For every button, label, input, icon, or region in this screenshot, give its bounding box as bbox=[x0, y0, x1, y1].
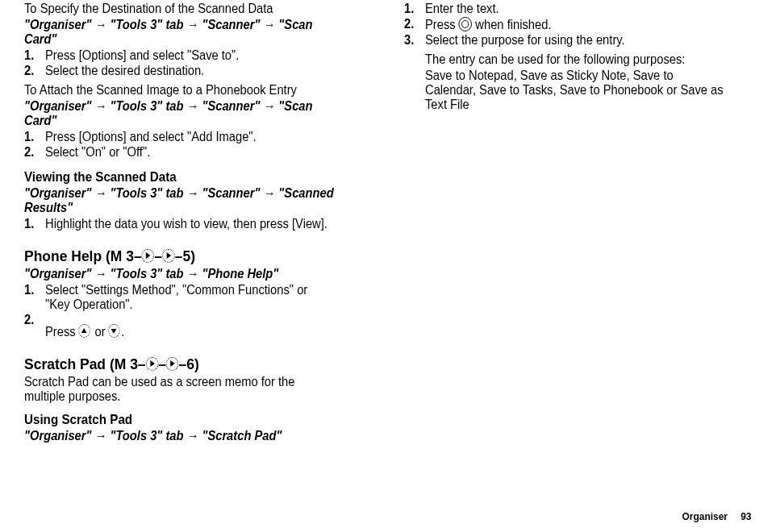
nav-path: "Organiser" → "Tools 3" tab → "Scanner" … bbox=[24, 18, 344, 47]
step-item: 2. Press or . bbox=[24, 313, 372, 339]
step-item: 1.Highlight the data you wish to view, t… bbox=[24, 217, 372, 231]
step-list: 1.Select "Settings Method", "Common Func… bbox=[24, 283, 372, 339]
step-item: 1.Select "Settings Method", "Common Func… bbox=[24, 283, 372, 312]
heading-phone-help: Phone Help (M 3–––5) bbox=[24, 247, 195, 265]
nav-right-icon bbox=[142, 249, 155, 263]
step-item: 2.Select "On" or "Off". bbox=[24, 145, 372, 160]
subheading: Viewing the Scanned Data bbox=[24, 169, 177, 185]
detail-text: The entry can be used for the following … bbox=[425, 52, 685, 67]
step-item: 2. Press when finished. bbox=[404, 17, 752, 32]
step-item: 1.Enter the text. bbox=[404, 2, 752, 16]
nav-down-icon bbox=[109, 324, 120, 338]
page-number: 93 bbox=[741, 510, 752, 522]
detail-text: Save to Notepad, Save as Sticky Note, Sa… bbox=[425, 69, 726, 112]
nav-right-icon bbox=[166, 357, 179, 371]
nav-path: "Organiser" → "Tools 3" tab → "Scratch P… bbox=[24, 429, 282, 443]
footer-section: Organiser bbox=[682, 510, 728, 522]
step-item: 1.Press [Options] and select "Add Image"… bbox=[24, 130, 372, 144]
step-list: 1.Press [Options] and select "Save to". … bbox=[24, 48, 372, 78]
step-list: 1.Highlight the data you wish to view, t… bbox=[24, 217, 372, 231]
page-footer: Organiser 93 bbox=[682, 510, 752, 522]
step-item: 2.Select the desired destination. bbox=[24, 64, 372, 78]
nav-up-icon bbox=[79, 324, 90, 338]
nav-right-icon bbox=[162, 249, 175, 263]
nav-path: "Organiser" → "Tools 3" tab → "Scanner" … bbox=[24, 186, 344, 215]
nav-path: "Organiser" → "Tools 3" tab → "Phone Hel… bbox=[24, 267, 278, 281]
subheading: Using Scratch Pad bbox=[24, 412, 132, 427]
heading-scratch-pad: Scratch Pad (M 3–––6) bbox=[24, 355, 199, 373]
nav-path: "Organiser" → "Tools 3" tab → "Scanner" … bbox=[24, 99, 344, 128]
center-button-icon bbox=[459, 17, 473, 31]
step-item: 3.Select the purpose for using the entry… bbox=[404, 33, 752, 48]
step-list: 1.Enter the text. 2. Press when finished… bbox=[404, 2, 752, 48]
step-item: 1.Press [Options] and select "Save to". bbox=[24, 48, 372, 63]
nav-right-icon bbox=[146, 357, 159, 371]
section-title: To Attach the Scanned Image to a Phonebo… bbox=[24, 83, 297, 98]
step-list: 1.Press [Options] and select "Add Image"… bbox=[24, 130, 372, 160]
description: Scratch Pad can be used as a screen memo… bbox=[24, 375, 336, 404]
section-title: To Specify the Destination of the Scanne… bbox=[24, 2, 273, 16]
